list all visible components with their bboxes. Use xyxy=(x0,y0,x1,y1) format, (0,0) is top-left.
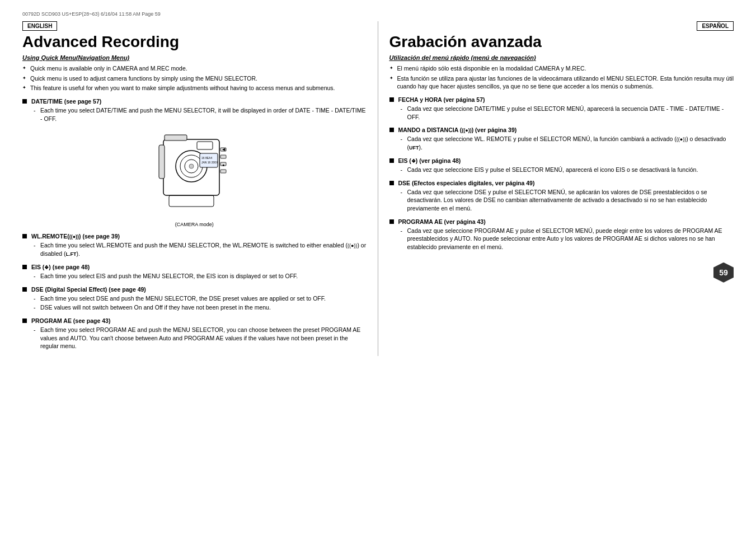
datetime-section: DATE/TIME (see page 57) Each time you se… xyxy=(22,98,367,123)
programae-es-list: Cada vez que seleccione PROGRAM AE y pul… xyxy=(389,227,734,251)
spanish-section-heading: Utilización del menú rápido (menú de nav… xyxy=(389,54,734,61)
datetime-title: DATE/TIME (see page 57) xyxy=(22,98,367,105)
bullet-icon xyxy=(22,265,27,269)
bullet-icon xyxy=(22,234,27,238)
svg-text:●: ● xyxy=(222,163,224,167)
english-title: Advanced Recording xyxy=(22,33,367,51)
wlremote-list: Each time you select WL.REMOTE and push … xyxy=(22,241,367,257)
mando-section: MANDO a DISTANCIA (((●))) (ver página 39… xyxy=(389,127,734,151)
programae-es-title: PROGRAMA AE (ver página 43) xyxy=(389,218,734,225)
mando-title: MANDO a DISTANCIA (((●))) (ver página 39… xyxy=(389,127,734,133)
dse-title: DSE (Digital Special Effect) (see page 4… xyxy=(22,286,367,293)
list-item: Each time you select PROGRAM AE and push… xyxy=(34,326,367,350)
eis-es-list: Cada vez que seleccione EIS y pulse el S… xyxy=(389,166,734,174)
bullet-icon xyxy=(389,181,394,185)
bullet-icon xyxy=(22,318,27,323)
list-item: Each time you select DATE/TIME and push … xyxy=(34,106,367,123)
list-item: Cada vez que seleccione PROGRAM AE y pul… xyxy=(401,227,734,251)
list-item: Cada vez que seleccione EIS y pulse el S… xyxy=(401,166,734,174)
dse-list: Each time you select DSE and push the ME… xyxy=(22,294,367,312)
mando-list: Cada vez que seleccione WL. REMOTE y pul… xyxy=(389,135,734,151)
page-container: 00792D SCD903 US+ESP(28~63) 6/16/04 11:5… xyxy=(0,0,756,534)
wlremote-section: WL.REMOTE(((●))) (see page 39) Each time… xyxy=(22,233,367,257)
bullet-icon xyxy=(22,287,27,292)
spanish-intro-list: El menú rápido sólo está disponible en l… xyxy=(389,64,734,91)
camera-svg: 16 8EA4 JAN 16 200X ◀ ● xyxy=(158,128,231,221)
eis-es-title: EIS (❖) (ver página 48) xyxy=(389,157,734,164)
english-section-heading: Using Quick Menu(Navigation Menu) xyxy=(22,54,367,61)
fechahora-title: FECHA y HORA (ver página 57) xyxy=(389,96,734,103)
bullet-icon xyxy=(389,219,394,224)
programae-list: Each time you select PROGRAM AE and push… xyxy=(22,326,367,350)
list-item: El menú rápido sólo está disponible en l… xyxy=(389,64,734,73)
dse-es-section: DSE (Efectos especiales digitales, ver p… xyxy=(389,180,734,213)
list-item: This feature is useful for when you want… xyxy=(22,84,367,92)
english-lang-badge: ENGLISH xyxy=(22,21,57,31)
svg-rect-10 xyxy=(220,170,226,173)
eis-es-section: EIS (❖) (ver página 48) Cada vez que sel… xyxy=(389,157,734,174)
svg-point-4 xyxy=(189,164,194,168)
eis-section: EIS (❖) (see page 48) Each time you sele… xyxy=(22,264,367,280)
list-item: Cada vez que seleccione DATE/TIME y puls… xyxy=(401,105,734,121)
english-intro-list: Quick menu is available only in CAMERA a… xyxy=(22,64,367,92)
bullet-icon xyxy=(389,97,394,102)
bullet-icon xyxy=(389,128,394,132)
spanish-column: ESPAÑOL Grabación avanzada Utilización d… xyxy=(378,21,734,356)
eis-title: EIS (❖) (see page 48) xyxy=(22,264,367,270)
svg-rect-15 xyxy=(169,195,214,207)
spanish-title: Grabación avanzada xyxy=(389,33,734,51)
list-item: Each time you select WL.REMOTE and push … xyxy=(34,241,367,257)
svg-rect-11 xyxy=(159,145,165,179)
wlremote-title: WL.REMOTE(((●))) (see page 39) xyxy=(22,233,367,240)
list-item: Cada vez que seleccione WL. REMOTE y pul… xyxy=(401,135,734,151)
spanish-lang-badge: ESPAÑOL xyxy=(697,21,734,31)
dse-es-title: DSE (Efectos especiales digitales, ver p… xyxy=(389,180,734,186)
programae-title: PROGRAM AE (see page 43) xyxy=(22,317,367,324)
svg-rect-5 xyxy=(197,142,213,149)
bullet-icon xyxy=(389,158,394,163)
main-content: ENGLISH Advanced Recording Using Quick M… xyxy=(22,21,734,356)
svg-rect-6 xyxy=(165,135,187,140)
fechahora-section: FECHA y HORA (ver página 57) Cada vez qu… xyxy=(389,96,734,121)
fechahora-list: Cada vez que seleccione DATE/TIME y puls… xyxy=(389,105,734,121)
camera-mode-label: (CAMERA mode) xyxy=(175,222,214,227)
file-metadata: 00792D SCD903 US+ESP(28~63) 6/16/04 11:5… xyxy=(22,11,734,17)
list-item: Quick menu is available only in CAMERA a… xyxy=(22,64,367,73)
dse-es-list: Cada vez que seleccione DSE y pulse el S… xyxy=(389,188,734,213)
list-item: Each time you select EIS and push the ME… xyxy=(34,272,367,280)
programae-section: PROGRAM AE (see page 43) Each time you s… xyxy=(22,317,367,350)
list-item: Quick menu is used to adjust camera func… xyxy=(22,74,367,83)
datetime-list: Each time you select DATE/TIME and push … xyxy=(22,106,367,123)
list-item: Esta función se utiliza para ajustar las… xyxy=(389,74,734,91)
list-item: Cada vez que seleccione DSE y pulse el S… xyxy=(401,188,734,213)
english-column: ENGLISH Advanced Recording Using Quick M… xyxy=(22,21,378,356)
page-number-badge: 59 xyxy=(713,263,734,283)
bullet-icon xyxy=(22,99,27,104)
dse-section: DSE (Digital Special Effect) (see page 4… xyxy=(22,286,367,312)
camera-diagram: 16 8EA4 JAN 16 200X ◀ ● (CAMERA mode) xyxy=(22,128,367,227)
list-item: Each time you select DSE and push the ME… xyxy=(34,294,367,303)
svg-text:JAN 16 200X: JAN 16 200X xyxy=(201,161,218,164)
svg-rect-8 xyxy=(220,155,226,158)
list-item: DSE values will not switch between On an… xyxy=(34,303,367,312)
eis-list: Each time you select EIS and push the ME… xyxy=(22,272,367,280)
svg-text:16 8EA4: 16 8EA4 xyxy=(201,156,212,160)
programae-es-section: PROGRAMA AE (ver página 43) Cada vez que… xyxy=(389,218,734,251)
